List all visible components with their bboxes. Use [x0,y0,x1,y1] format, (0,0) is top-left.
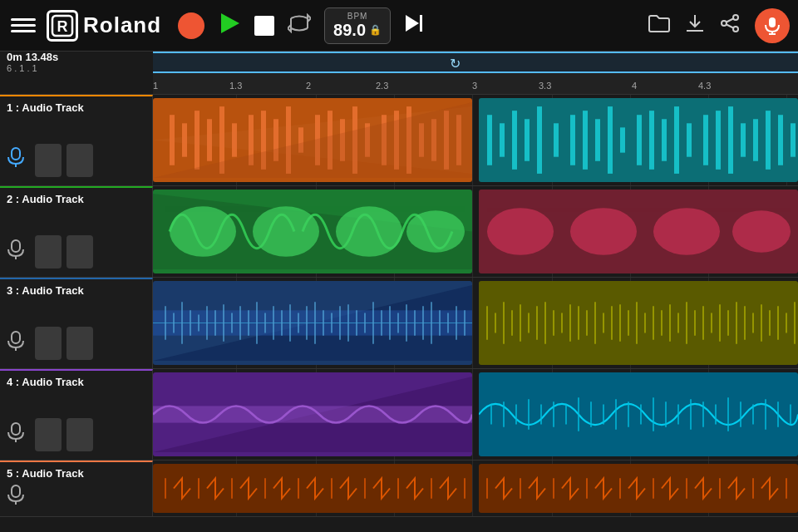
timeline: 0m 13.48s 6 . 1 . 1 ↻ 1 1.3 2 2.3 3 3.3 … [0,52,798,95]
track-pad-s-1[interactable] [66,144,93,177]
track-content-2[interactable] [153,186,798,277]
bpm-display[interactable]: BPM 89.0 🔒 [324,7,391,44]
ruler-mark-3-3: 3.3 [539,81,551,91]
svg-rect-49 [554,123,559,156]
ruler-track: 1 1.3 2 2.3 3 3.3 4 4.3 [153,73,798,95]
folder-button[interactable] [648,14,670,37]
svg-point-71 [170,206,236,257]
transport-controls: BPM 89.0 🔒 [178,7,424,44]
track-name-3: 3 : Audio Track [7,284,145,297]
timeline-top: 0m 13.48s 6 . 1 . 1 ↻ [0,52,798,73]
track-header-1: 1 : Audio Track [0,95,153,185]
track-header-5: 5 : Audio Track [0,461,153,516]
svg-rect-50 [570,115,575,165]
svg-rect-22 [195,111,200,170]
svg-point-76 [570,208,637,255]
track-header-4: 4 : Audio Track [0,369,153,460]
track-controls-3 [7,327,145,363]
app-header: R Roland BPM 89.0 🔒 [0,0,798,52]
svg-rect-59 [687,123,692,156]
svg-point-9 [733,15,738,20]
track-controls-5 [7,485,145,513]
mic-icon-3 [7,331,25,356]
next-button[interactable] [404,13,424,38]
menu-button[interactable] [8,11,38,41]
tracks-container: 1 : Audio Track [0,95,798,517]
time-display: 0m 13.48s 6 . 1 . 1 [0,52,153,73]
audio-block-4-right[interactable] [479,372,798,456]
record-button[interactable] [178,12,204,39]
track-row-5: 5 : Audio Track [0,461,798,517]
svg-rect-44 [487,115,492,165]
audio-block-5-left[interactable] [153,464,472,513]
mic-icon-1 [7,147,25,174]
track-name-1: 1 : Audio Track [7,101,145,114]
track-name-5: 5 : Audio Track [7,467,145,480]
track-content-1[interactable] [153,95,798,185]
svg-rect-54 [620,127,625,152]
svg-rect-21 [182,123,187,156]
track-controls-4 [7,418,145,455]
loop-button[interactable] [288,13,311,38]
audio-block-2-left[interactable] [153,190,472,273]
timeline-ruler: 1 1.3 2 2.3 3 3.3 4 4.3 [0,73,798,95]
download-button[interactable] [685,13,705,38]
svg-rect-51 [583,111,588,170]
svg-point-75 [487,208,554,255]
play-button[interactable] [218,12,241,39]
track-content-3[interactable] [153,278,798,368]
track-header-3: 3 : Audio Track [0,278,153,368]
svg-point-73 [336,206,402,257]
audio-block-2-right[interactable] [479,190,798,273]
ruler-mark-2: 2 [306,81,311,91]
svg-rect-23 [207,119,212,161]
svg-rect-17 [12,148,20,160]
bpm-label: BPM [333,12,382,21]
audio-block-4-left[interactable] [153,372,472,456]
ruler-mark-4: 4 [632,81,637,91]
svg-rect-62 [728,106,733,174]
track-pads-1 [35,144,93,177]
svg-rect-63 [741,123,746,156]
svg-rect-53 [608,106,613,174]
track-pads-4 [35,418,93,451]
svg-rect-55 [637,115,642,165]
svg-text:R: R [57,18,68,35]
svg-point-77 [653,208,720,255]
track-row-2: 2 : Audio Track [0,186,798,278]
track-pad-m-2[interactable] [35,235,62,268]
svg-rect-48 [537,106,542,174]
track-content-5[interactable] [153,461,798,516]
svg-rect-159 [12,423,20,435]
stop-button[interactable] [254,16,274,36]
audio-block-1-right[interactable] [479,98,798,182]
ruler-mark-3: 3 [472,81,477,91]
audio-block-3-right[interactable] [479,281,798,365]
svg-rect-58 [674,106,679,174]
track-pad-s-2[interactable] [66,235,93,268]
svg-rect-6 [420,15,422,32]
ruler-mark-2-3: 2.3 [376,81,388,91]
audio-block-3-left[interactable] [153,281,472,365]
loop-region-icon: ↻ [450,56,461,71]
track-content-4[interactable] [153,369,798,460]
mic-icon-4 [7,422,25,447]
track-pad-m-1[interactable] [35,144,62,177]
mic-button[interactable] [755,8,790,43]
svg-rect-57 [662,119,667,161]
track-pad-s-4[interactable] [66,418,93,451]
bpm-number: 89.0 [333,21,366,40]
svg-point-72 [253,206,319,257]
track-pad-m-4[interactable] [35,418,62,451]
track-pad-s-3[interactable] [66,327,93,360]
roland-logo: R Roland [47,10,161,42]
track-pad-m-3[interactable] [35,327,62,360]
track-header-2: 2 : Audio Track [0,186,153,277]
svg-rect-67 [791,123,796,156]
svg-rect-56 [649,111,654,170]
audio-block-5-right[interactable] [479,464,798,513]
svg-rect-66 [778,115,783,165]
loop-region[interactable]: ↻ [153,52,798,73]
share-button[interactable] [720,13,740,38]
audio-block-1-left[interactable] [153,98,472,182]
